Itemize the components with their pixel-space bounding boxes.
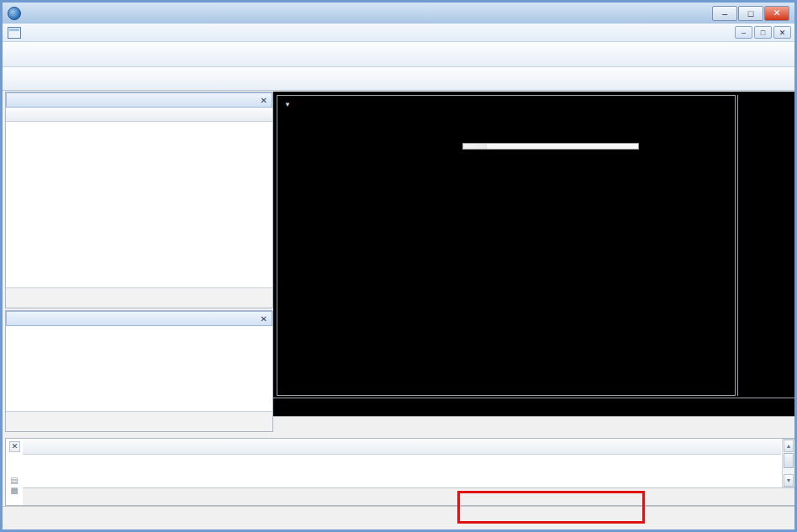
close-icon[interactable]: ✕ <box>261 96 267 105</box>
title-bar[interactable]: – □ ✕ <box>3 3 794 24</box>
standard-toolbar <box>3 42 794 67</box>
market-watch-tabs <box>6 287 272 308</box>
navigator-title[interactable]: ✕ <box>6 311 272 326</box>
market-watch-title[interactable]: ✕ <box>6 92 272 108</box>
navigator-tabs <box>6 411 272 431</box>
status-bar <box>3 506 794 529</box>
chart-plot[interactable]: ▼ <box>277 95 736 396</box>
market-watch-header <box>6 108 272 122</box>
mdi-close-button[interactable]: ✕ <box>773 26 791 39</box>
chart-ohlc-header: ▼ <box>284 98 303 108</box>
chart-context-menu <box>462 143 639 150</box>
chart-price-axis[interactable] <box>737 95 794 396</box>
mdi-restore-button[interactable]: □ <box>754 26 772 39</box>
maximize-button[interactable]: □ <box>738 6 763 21</box>
candlestick-chart <box>277 96 735 395</box>
minimize-button[interactable]: – <box>712 6 737 21</box>
terminal-tabs <box>23 487 796 506</box>
chart-tab-bar <box>273 416 797 438</box>
terminal-grip-icons[interactable]: ▤▩ <box>8 476 21 496</box>
chart-time-axis[interactable] <box>273 398 797 416</box>
market-watch-panel: ✕ <box>5 92 273 308</box>
close-icon[interactable]: ✕ <box>261 314 267 324</box>
terminal-panel: ✕ ▤▩ ▲ ▼ <box>5 438 797 506</box>
close-button[interactable]: ✕ <box>764 6 789 21</box>
orders-table-header <box>23 439 781 455</box>
line-studies-toolbar <box>3 67 794 91</box>
menu-bar: – □ ✕ <box>3 24 794 42</box>
chart-marker-icon: ▼ <box>284 101 291 108</box>
app-window: – □ ✕ – □ ✕ ✕ ✕ ▼ <box>0 0 797 532</box>
annotation-highlight-box <box>457 491 645 524</box>
close-icon[interactable]: ✕ <box>9 441 20 452</box>
app-logo-icon <box>8 7 21 20</box>
terminal-scrollbar[interactable]: ▲ ▼ <box>782 439 795 487</box>
chart-window-icon[interactable] <box>8 27 21 39</box>
navigator-panel: ✕ <box>5 310 273 432</box>
mdi-minimize-button[interactable]: – <box>735 26 752 39</box>
